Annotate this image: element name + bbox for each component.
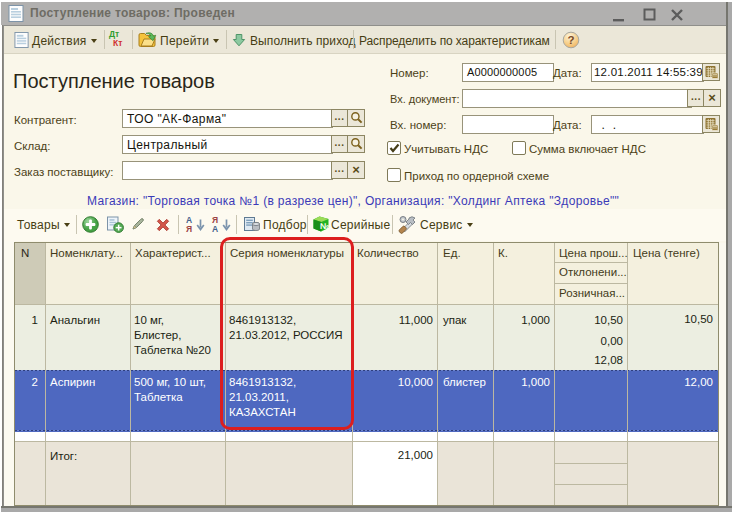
svg-text:№: № — [320, 221, 330, 231]
